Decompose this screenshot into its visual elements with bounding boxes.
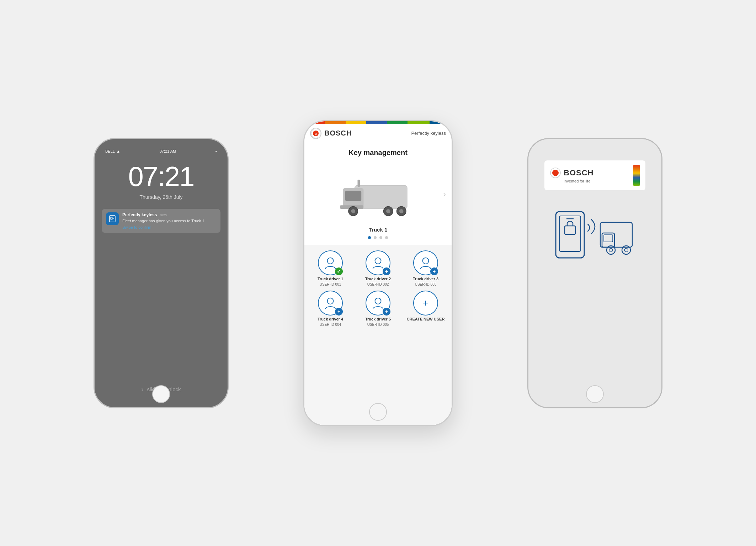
svg-rect-1 (111, 217, 112, 219)
driver-name-1: Truck driver 1 (318, 277, 343, 281)
carousel-dots (368, 236, 388, 239)
lock-date: Thursday, 26th July (102, 194, 220, 200)
home-button-center[interactable] (369, 403, 387, 421)
create-user-label: CREATE NEW USER (407, 317, 445, 321)
badge-plus-2: + (383, 267, 390, 275)
truck-image-area: › (304, 164, 452, 224)
driver-id-5: USER-ID 005 (367, 323, 389, 327)
status-bar: BELL ▲ 07:21 AM ▪ (102, 146, 220, 153)
dot-2[interactable] (374, 236, 377, 239)
driver-id-2: USER-ID 002 (367, 282, 389, 286)
drivers-grid: ✓ Truck driver 1 USER-ID 001 (304, 245, 452, 332)
left-phone: BELL ▲ 07:21 AM ▪ 07:21 Thursday, 26th J… (94, 138, 229, 408)
bosch-color-bar (304, 121, 452, 124)
app-header-subtitle: Perfectly keyless (411, 131, 446, 136)
keyless-illustration (549, 205, 641, 269)
right-phone: BOSCH Invented for life (527, 138, 662, 408)
driver-card-4[interactable]: + Truck driver 4 USER-ID 004 (309, 291, 352, 327)
bosch-tagline: Invented for life (564, 179, 630, 183)
notif-swipe-action[interactable]: Swipe to confirm (122, 225, 216, 229)
truck-name: Truck 1 (369, 227, 388, 233)
notif-time: now (160, 213, 167, 217)
create-user-icon: + (413, 291, 438, 316)
create-new-user-card[interactable]: + CREATE NEW USER (404, 291, 447, 327)
svg-point-16 (399, 209, 404, 213)
notification-app-icon (106, 212, 119, 225)
driver-avatar-wrap-2: + (366, 250, 390, 275)
bosch-logo-icon: B (310, 128, 321, 139)
lock-screen: BELL ▲ 07:21 AM ▪ 07:21 Thursday, 26th J… (95, 139, 228, 407)
notif-app-name: Perfectly keyless (122, 212, 157, 217)
app-header: B BOSCH Perfectly keyless (304, 124, 452, 142)
notification-text: Perfectly keyless now Fleet manager has … (122, 212, 216, 229)
driver-id-3: USER-ID 003 (415, 282, 437, 286)
carousel-next-icon[interactable]: › (443, 189, 446, 199)
notif-body: Fleet manager has given you access to Tr… (122, 218, 216, 224)
driver-name-2: Truck driver 2 (365, 277, 391, 281)
driver-avatar-wrap-3: + (413, 250, 438, 275)
center-phone: B BOSCH Perfectly keyless Key management (303, 120, 453, 426)
slide-arrow-icon: › (141, 386, 143, 393)
wifi-icon: ▲ (116, 149, 120, 153)
badge-plus-4: + (335, 308, 343, 316)
badge-check-1: ✓ (335, 267, 343, 275)
app-content: Key management (304, 142, 452, 425)
svg-text:B: B (315, 132, 317, 136)
svg-point-18 (327, 258, 333, 264)
driver-name-5: Truck driver 5 (365, 317, 391, 321)
home-button-right[interactable] (586, 385, 604, 403)
bosch-brand-name: BOSCH (324, 129, 352, 137)
screen-title: Key management (304, 142, 452, 160)
driver-avatar-wrap-4: + (318, 291, 343, 316)
bosch-right-brand: BOSCH (564, 168, 593, 177)
driver-card-3[interactable]: + Truck driver 3 USER-ID 003 (404, 250, 447, 286)
svg-rect-9 (345, 191, 361, 201)
bosch-logo-card: BOSCH Invented for life (544, 160, 645, 190)
right-screen: BOSCH Invented for life (528, 139, 661, 407)
svg-point-14 (386, 209, 390, 213)
driver-name-3: Truck driver 3 (413, 277, 438, 281)
driver-card-5[interactable]: + Truck driver 5 USER-ID 005 (356, 291, 400, 327)
driver-avatar-wrap-1: ✓ (318, 250, 343, 275)
svg-point-22 (375, 298, 381, 304)
truck-carousel: › Truck 1 (304, 160, 452, 245)
driver-name-4: Truck driver 4 (318, 317, 343, 321)
scene: BELL ▲ 07:21 AM ▪ 07:21 Thursday, 26th J… (22, 24, 734, 522)
driver-card-1[interactable]: ✓ Truck driver 1 USER-ID 001 (309, 250, 352, 286)
app-screen: B BOSCH Perfectly keyless Key management (304, 121, 452, 425)
status-time: 07:21 AM (160, 149, 176, 153)
svg-rect-17 (358, 179, 360, 187)
badge-plus-3: + (430, 267, 438, 275)
bosch-logo: B BOSCH (310, 128, 352, 139)
svg-point-19 (375, 258, 381, 264)
svg-point-20 (422, 258, 428, 264)
dot-1[interactable] (368, 236, 371, 239)
battery-icon: ▪ (215, 149, 217, 153)
lock-clock: 07:21 (102, 160, 220, 193)
driver-id-1: USER-ID 001 (320, 282, 341, 286)
truck-image (337, 168, 419, 221)
dot-4[interactable] (385, 236, 388, 239)
svg-point-12 (351, 209, 355, 213)
driver-id-4: USER-ID 004 (320, 323, 341, 327)
notification-card: Perfectly keyless now Fleet manager has … (102, 209, 220, 233)
svg-rect-27 (565, 226, 575, 234)
svg-point-33 (609, 248, 613, 252)
carrier-text: BELL (105, 149, 115, 153)
svg-point-24 (552, 170, 559, 176)
driver-card-2[interactable]: + Truck driver 2 USER-ID 002 (356, 250, 400, 286)
svg-point-21 (327, 298, 333, 304)
svg-rect-31 (604, 235, 613, 242)
svg-point-35 (624, 248, 628, 252)
bosch-right-color-strip (633, 165, 640, 186)
driver-avatar-wrap-5: + (366, 291, 390, 316)
badge-plus-5: + (383, 308, 390, 316)
home-button-left[interactable] (152, 385, 170, 403)
dot-3[interactable] (379, 236, 382, 239)
